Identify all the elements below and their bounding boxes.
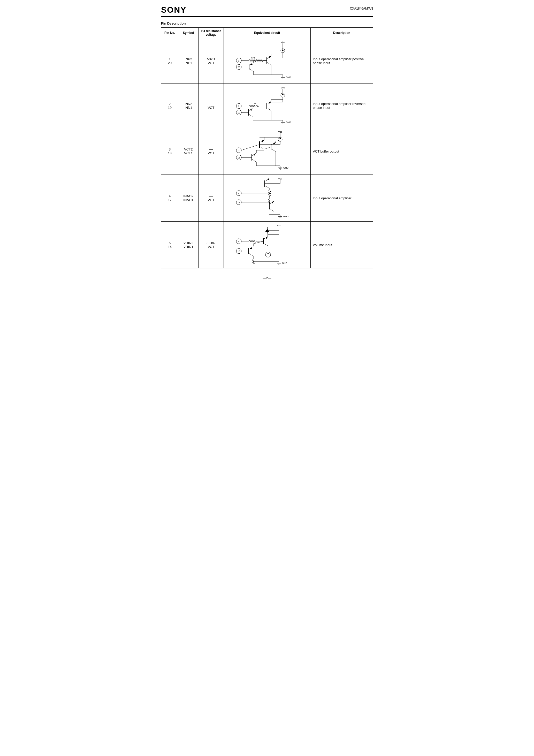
svg-line-116 bbox=[265, 186, 269, 188]
svg-line-24 bbox=[249, 68, 254, 72]
svg-line-58 bbox=[249, 114, 253, 117]
symbol-cell: INP2 INP1 bbox=[178, 38, 199, 84]
doc-number: CXA1846AM/AN bbox=[350, 5, 373, 10]
svg-marker-77 bbox=[262, 140, 264, 143]
svg-text:Vcc: Vcc bbox=[281, 86, 285, 89]
svg-marker-38 bbox=[282, 93, 283, 94]
symbol-cell: VCT2 VCT1 bbox=[178, 128, 199, 175]
svg-text:16: 16 bbox=[237, 250, 240, 253]
svg-marker-173 bbox=[267, 252, 269, 254]
svg-text:GND: GND bbox=[282, 262, 287, 264]
svg-line-78 bbox=[259, 147, 264, 149]
svg-text:GND: GND bbox=[283, 215, 289, 218]
io-cell: — VCT bbox=[199, 128, 224, 175]
svg-text:129: 129 bbox=[251, 57, 255, 60]
svg-text:18: 18 bbox=[237, 156, 240, 159]
svg-text:1: 1 bbox=[238, 60, 239, 62]
pin-number-cell: 4 17 bbox=[161, 175, 178, 222]
svg-marker-132 bbox=[272, 201, 274, 204]
svg-text:Vcc: Vcc bbox=[281, 41, 285, 43]
svg-marker-156 bbox=[266, 236, 268, 239]
section-title: Pin Description bbox=[161, 21, 373, 25]
svg-text:2: 2 bbox=[238, 105, 239, 108]
header-pin-no: Pin No. bbox=[161, 28, 178, 38]
svg-line-99 bbox=[252, 159, 256, 162]
svg-text:4: 4 bbox=[238, 192, 239, 195]
header-symbol: Symbol bbox=[178, 28, 199, 38]
svg-text:Vcc: Vcc bbox=[278, 131, 282, 133]
svg-text:17: 17 bbox=[237, 201, 240, 204]
svg-line-85 bbox=[271, 149, 276, 151]
pin-number-cell: 2 19 bbox=[161, 84, 178, 128]
pin-description-table: Pin No. Symbol I/O resistancevoltage Equ… bbox=[161, 27, 373, 268]
svg-line-15 bbox=[267, 62, 271, 65]
pin-number-cell: 1 20 bbox=[161, 38, 178, 84]
circuit-diagram-1: Vcc 1 bbox=[224, 38, 310, 84]
description-cell-2: Input operational amplifier reversed pha… bbox=[311, 84, 373, 128]
description-cell-1: Input operational amplifier positive pha… bbox=[311, 38, 373, 84]
svg-text:GND: GND bbox=[286, 121, 291, 123]
svg-line-92 bbox=[241, 145, 259, 150]
svg-text:19: 19 bbox=[237, 111, 240, 114]
svg-marker-72 bbox=[280, 137, 281, 139]
table-row: 2 19 INN2 INN1 — VCT Vcc bbox=[161, 84, 373, 128]
pin-number-cell: 5 16 bbox=[161, 222, 178, 268]
description-cell-4: Input operational amplifier bbox=[311, 175, 373, 222]
header-circuit: Equivalent circuit bbox=[224, 28, 310, 38]
symbol-cell: INAO2 INAO1 bbox=[178, 175, 199, 222]
io-cell: 8.2kΩ VCT bbox=[199, 222, 224, 268]
header-description: Description bbox=[311, 28, 373, 38]
symbol-cell: INN2 INN1 bbox=[178, 84, 199, 128]
page-footer: —2— bbox=[161, 276, 373, 280]
svg-text:Vcc: Vcc bbox=[277, 224, 281, 227]
io-cell: — VCT bbox=[199, 175, 224, 222]
svg-text:20: 20 bbox=[237, 66, 240, 68]
svg-text:3: 3 bbox=[238, 149, 239, 152]
symbol-cell: VRIN2 VRIN1 bbox=[178, 222, 199, 268]
sony-logo: SONY bbox=[161, 5, 187, 15]
io-cell: 50kΩ VCT bbox=[199, 38, 224, 84]
table-row: 1 20 INP2 INP1 50kΩ VCT Vcc bbox=[161, 38, 373, 84]
description-cell-3: VCT buffer output bbox=[311, 128, 373, 175]
svg-text:129: 129 bbox=[252, 102, 256, 105]
io-cell: — VCT bbox=[199, 84, 224, 128]
table-row: 3 18 VCT2 VCT1 — VCT Vcc bbox=[161, 128, 373, 175]
svg-line-49 bbox=[267, 108, 271, 111]
pin-number-cell: 3 18 bbox=[161, 128, 178, 175]
svg-text:5: 5 bbox=[238, 240, 239, 243]
circuit-diagram-4: Vcc bbox=[224, 175, 310, 222]
svg-text:GND: GND bbox=[283, 167, 289, 169]
svg-line-133 bbox=[269, 208, 274, 211]
svg-line-157 bbox=[263, 243, 268, 246]
svg-line-167 bbox=[249, 253, 253, 256]
circuit-diagram-3: Vcc bbox=[224, 128, 310, 175]
svg-line-89 bbox=[264, 147, 271, 149]
svg-marker-4 bbox=[282, 49, 283, 51]
svg-point-124 bbox=[269, 193, 270, 194]
description-cell-5: Volume input bbox=[311, 222, 373, 268]
page-header: SONY CXA1846AM/AN bbox=[161, 5, 373, 17]
table-row: 4 17 INAO2 INAO1 — VCT Vcc bbox=[161, 175, 373, 222]
header-io: I/O resistancevoltage bbox=[199, 28, 224, 38]
table-row: 5 16 VRIN2 VRIN1 8.2kΩ VCT Vcc bbox=[161, 222, 373, 268]
circuit-diagram-5: Vcc 5 bbox=[224, 222, 310, 268]
svg-text:GND: GND bbox=[286, 76, 291, 79]
circuit-diagram-2: Vcc 2 129 bbox=[224, 84, 310, 128]
svg-marker-48 bbox=[269, 101, 271, 104]
